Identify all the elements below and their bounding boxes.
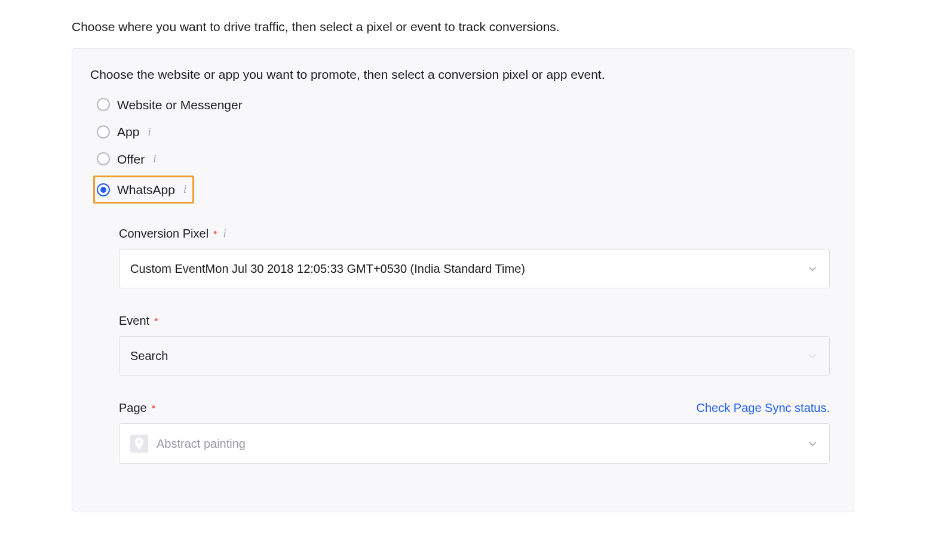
field-event: Event • Search bbox=[119, 312, 830, 376]
location-pin-icon bbox=[130, 435, 148, 453]
radio-label-offer: Offer bbox=[117, 150, 145, 168]
field-conversion-pixel: Conversion Pixel • i Custom EventMon Jul… bbox=[119, 225, 830, 288]
form-fields: Conversion Pixel • i Custom EventMon Jul… bbox=[119, 225, 830, 464]
label-text: Event bbox=[119, 312, 149, 329]
chevron-down-icon bbox=[808, 351, 817, 361]
field-label-conversion-pixel: Conversion Pixel • i bbox=[119, 225, 226, 242]
info-icon[interactable]: i bbox=[153, 151, 156, 167]
radio-label-app: App bbox=[117, 123, 139, 140]
radio-label-website: Website or Messenger bbox=[117, 96, 243, 113]
radio-icon bbox=[97, 125, 110, 139]
label-text: Page bbox=[119, 399, 147, 416]
panel-instruction: Choose the website or app you want to pr… bbox=[90, 66, 836, 83]
info-icon[interactable]: i bbox=[148, 124, 151, 140]
section-header: Choose where you want to drive traffic, … bbox=[72, 18, 854, 35]
page-select[interactable]: Abstract painting bbox=[119, 423, 830, 464]
radio-option-offer[interactable]: Offer i bbox=[95, 149, 160, 170]
svg-point-0 bbox=[137, 441, 140, 444]
radio-dot bbox=[100, 187, 106, 193]
radio-icon bbox=[97, 98, 110, 111]
label-text: Conversion Pixel bbox=[119, 225, 208, 242]
conversion-panel: Choose the website or app you want to pr… bbox=[72, 48, 854, 512]
radio-icon-selected bbox=[97, 183, 110, 196]
radio-icon bbox=[97, 152, 110, 165]
info-icon[interactable]: i bbox=[183, 181, 186, 198]
radio-option-whatsapp[interactable]: WhatsApp i bbox=[93, 176, 194, 204]
chevron-down-icon bbox=[808, 264, 817, 273]
conversion-pixel-select[interactable]: Custom EventMon Jul 30 2018 12:05:33 GMT… bbox=[119, 249, 830, 288]
info-icon[interactable]: i bbox=[223, 226, 226, 242]
radio-option-app[interactable]: App i bbox=[95, 121, 155, 142]
check-page-sync-link[interactable]: Check Page Sync status. bbox=[697, 399, 830, 416]
chevron-down-icon bbox=[808, 439, 817, 448]
traffic-radio-group: Website or Messenger App i Offer i Whats… bbox=[95, 94, 836, 204]
select-placeholder: Abstract painting bbox=[157, 435, 246, 452]
event-select[interactable]: Search bbox=[119, 336, 830, 376]
radio-option-website[interactable]: Website or Messenger bbox=[95, 94, 246, 115]
radio-label-whatsapp: WhatsApp bbox=[117, 181, 175, 198]
field-label-event: Event • bbox=[119, 312, 158, 329]
field-label-page: Page • bbox=[119, 399, 155, 416]
select-value: Custom EventMon Jul 30 2018 12:05:33 GMT… bbox=[130, 260, 525, 277]
field-page: Page • Check Page Sync status. Abstract … bbox=[119, 399, 830, 464]
select-value: Search bbox=[130, 347, 168, 364]
